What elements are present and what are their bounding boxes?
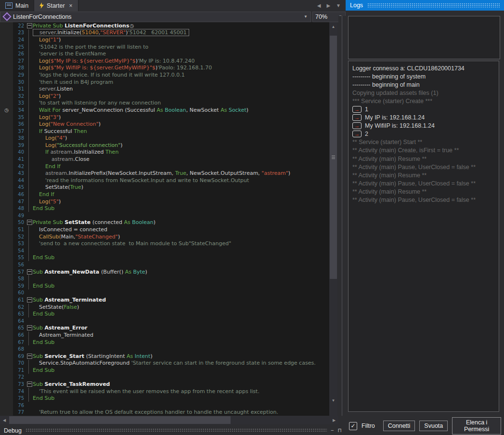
fold-collapse-icon[interactable] bbox=[27, 220, 32, 225]
breakpoint-margin[interactable] bbox=[0, 331, 13, 339]
breakpoint-margin[interactable] bbox=[0, 395, 13, 402]
breakpoint-margin[interactable] bbox=[0, 240, 13, 247]
fold-collapse-icon[interactable] bbox=[27, 382, 32, 387]
breakpoint-margin[interactable] bbox=[0, 381, 13, 388]
breakpoint-margin[interactable] bbox=[0, 367, 13, 374]
code-line[interactable]: 65Sub Astream_Error bbox=[0, 325, 329, 332]
scroll-down-icon[interactable]: ▼ bbox=[329, 396, 337, 404]
fold-collapse-icon[interactable] bbox=[27, 297, 32, 303]
breakpoint-margin[interactable] bbox=[0, 226, 13, 233]
scroll-right-icon[interactable]: ▶ bbox=[330, 416, 338, 424]
clear-button[interactable]: Svuota bbox=[419, 421, 448, 431]
breakpoint-margin[interactable] bbox=[0, 191, 13, 198]
filter-checkbox[interactable] bbox=[349, 422, 357, 430]
breakpoint-margin[interactable] bbox=[0, 212, 13, 219]
code-line[interactable]: 58 bbox=[0, 275, 329, 282]
breakpoint-margin[interactable] bbox=[0, 339, 13, 346]
breakpoint-margin[interactable] bbox=[0, 22, 13, 29]
breakpoint-margin[interactable] bbox=[0, 114, 13, 121]
paused-sub-clock-icon[interactable]: ◷ bbox=[0, 106, 13, 114]
panel-splitter[interactable] bbox=[338, 16, 346, 416]
tab-scroll-left-icon[interactable]: ◀ bbox=[317, 3, 321, 8]
code-line[interactable]: 28Log($"My WifiIP is: ${server.GetMyWifi… bbox=[0, 65, 329, 72]
debug-panel-header[interactable]: Debug − ⊓ bbox=[0, 426, 346, 435]
logs-upper-box[interactable] bbox=[348, 16, 500, 59]
breakpoint-margin[interactable] bbox=[0, 388, 13, 395]
tab-main[interactable]: Main bbox=[0, 0, 34, 11]
code-line[interactable]: 59End Sub bbox=[0, 282, 329, 290]
code-line[interactable]: 68 bbox=[0, 345, 329, 353]
breakpoint-margin[interactable] bbox=[0, 57, 13, 65]
breakpoint-margin[interactable] bbox=[0, 184, 13, 191]
minimize-icon[interactable]: − bbox=[331, 428, 334, 433]
breakpoint-margin[interactable] bbox=[0, 282, 13, 290]
code-line[interactable]: 75End Sub bbox=[0, 395, 329, 402]
code-line[interactable]: 32Log("2") bbox=[0, 92, 329, 100]
tab-starter[interactable]: Starter × bbox=[34, 0, 78, 11]
connect-button[interactable]: Connetti bbox=[383, 421, 415, 431]
code-line[interactable]: 55End Sub bbox=[0, 254, 329, 262]
breakpoint-margin[interactable] bbox=[0, 268, 13, 276]
breakpoint-margin[interactable] bbox=[0, 135, 13, 142]
list-permissions-button[interactable]: Elenca i Permessi bbox=[452, 417, 501, 435]
code-line[interactable]: 62SetState(False) bbox=[0, 303, 329, 311]
code-line[interactable]: 43astream.InitializePrefix(NewSocket.Inp… bbox=[0, 170, 329, 177]
breakpoint-margin[interactable] bbox=[0, 310, 13, 317]
code-line[interactable]: 53'send to a new connection state to Mai… bbox=[0, 240, 329, 247]
breakpoint-margin[interactable] bbox=[0, 317, 13, 325]
scroll-left-icon[interactable]: ◀ bbox=[0, 416, 8, 424]
code-line[interactable]: 25'51042 is the port the server will lis… bbox=[0, 43, 329, 51]
breakpoint-margin[interactable] bbox=[0, 296, 13, 303]
breakpoint-margin[interactable] bbox=[0, 402, 13, 409]
code-line[interactable]: 72 bbox=[0, 374, 329, 381]
fold-collapse-icon[interactable] bbox=[27, 354, 32, 359]
breakpoint-margin[interactable] bbox=[0, 163, 13, 170]
code-line[interactable]: 48End Sub bbox=[0, 205, 329, 212]
breakpoint-margin[interactable] bbox=[0, 71, 13, 79]
logs-output-box[interactable]: Logger connesso a: CLCDU18620001734-----… bbox=[348, 61, 499, 412]
breakpoint-margin[interactable] bbox=[0, 254, 13, 262]
fold-collapse-icon[interactable] bbox=[27, 23, 32, 28]
code-line[interactable]: 31server.Listen bbox=[0, 85, 329, 92]
fold-collapse-icon[interactable] bbox=[27, 325, 32, 330]
breakpoint-margin[interactable] bbox=[0, 360, 13, 367]
code-line[interactable]: 39Log("Successful connection") bbox=[0, 142, 329, 149]
code-line[interactable]: 57Sub Astream_NewData (Buffer() As Byte) bbox=[0, 268, 329, 276]
code-line[interactable]: 69Sub Service_Start (StartingIntent As I… bbox=[0, 353, 329, 360]
sub-navigator-combobox[interactable]: ListenForConnections ▼ bbox=[0, 12, 311, 22]
code-line[interactable]: 76 bbox=[0, 402, 329, 409]
code-line[interactable]: 52CallSub(Main,"StateChanged") bbox=[0, 233, 329, 240]
breakpoint-margin[interactable] bbox=[0, 409, 13, 416]
code-line[interactable]: ◷34Wait For server_NewConnection (Succes… bbox=[0, 106, 329, 114]
breakpoint-margin[interactable] bbox=[0, 36, 13, 43]
code-line[interactable]: 46End If bbox=[0, 191, 329, 198]
breakpoint-margin[interactable] bbox=[0, 290, 13, 297]
breakpoint-margin[interactable] bbox=[0, 142, 13, 149]
code-line[interactable]: 49 bbox=[0, 212, 329, 219]
code-line[interactable]: 67End Sub bbox=[0, 339, 329, 346]
code-line[interactable]: 30'then it used in B4J program bbox=[0, 79, 329, 86]
code-line[interactable]: 23server.Initialize(51040,"SERVER")'5104… bbox=[0, 29, 329, 37]
code-editor[interactable]: 22Private Sub ListenForConnections◷23ser… bbox=[0, 22, 329, 416]
code-line[interactable]: 51IsConnected = connected bbox=[0, 226, 329, 233]
code-line[interactable]: 74'This event will be raised when the us… bbox=[0, 388, 329, 395]
breakpoint-margin[interactable] bbox=[0, 128, 13, 135]
breakpoint-margin[interactable] bbox=[0, 345, 13, 353]
code-line[interactable]: 41astream.Close bbox=[0, 156, 329, 163]
code-line[interactable]: 66Astream_Terminated bbox=[0, 331, 329, 339]
code-line[interactable]: 29'logs the ip device. If is not found i… bbox=[0, 71, 329, 79]
code-line[interactable]: 56 bbox=[0, 261, 329, 268]
breakpoint-margin[interactable] bbox=[0, 65, 13, 72]
code-line[interactable]: 44'read the informations from NewSocket.… bbox=[0, 177, 329, 184]
breakpoint-margin[interactable] bbox=[0, 29, 13, 37]
breakpoint-margin[interactable] bbox=[0, 198, 13, 205]
code-line[interactable]: 64 bbox=[0, 317, 329, 325]
breakpoint-margin[interactable] bbox=[0, 50, 13, 57]
breakpoint-margin[interactable] bbox=[0, 149, 13, 156]
scroll-up-icon[interactable]: ▲ bbox=[329, 23, 337, 30]
breakpoint-margin[interactable] bbox=[0, 92, 13, 100]
code-line[interactable]: 50Private Sub SetState (connected As Boo… bbox=[0, 219, 329, 226]
vertical-scroll-thumb[interactable] bbox=[330, 36, 337, 279]
breakpoint-margin[interactable] bbox=[0, 353, 13, 360]
code-line[interactable]: 77'Return true to allow the OS default e… bbox=[0, 409, 329, 416]
